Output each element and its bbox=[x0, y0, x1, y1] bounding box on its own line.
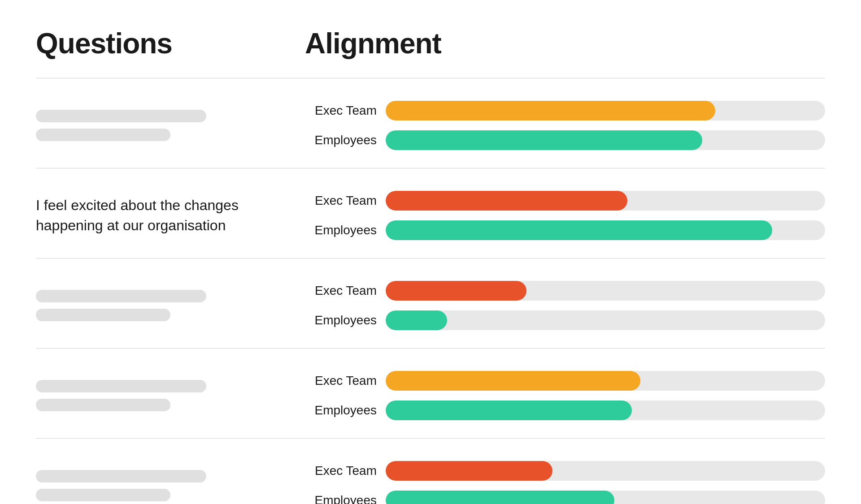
placeholder-bar-4-1 bbox=[36, 380, 206, 392]
emp-track-4 bbox=[386, 401, 825, 420]
data-row-1: Exec TeamEmployees bbox=[36, 83, 825, 164]
divider-3 bbox=[36, 348, 825, 349]
bars-col-3: Exec TeamEmployees bbox=[305, 281, 825, 330]
emp-bar-row-1: Employees bbox=[305, 130, 825, 150]
emp-fill-4 bbox=[386, 401, 632, 420]
emp-label-1: Employees bbox=[305, 133, 377, 147]
exec-track-2 bbox=[386, 191, 825, 211]
alignment-title: Alignment bbox=[305, 27, 441, 60]
question-col-4 bbox=[36, 380, 305, 411]
exec-label-2: Exec Team bbox=[305, 194, 377, 208]
exec-fill-5 bbox=[386, 461, 552, 481]
emp-bar-row-4: Employees bbox=[305, 401, 825, 420]
question-placeholder-1 bbox=[36, 110, 287, 141]
placeholder-bar-1-1 bbox=[36, 110, 206, 122]
bars-col-4: Exec TeamEmployees bbox=[305, 371, 825, 420]
exec-bar-row-1: Exec Team bbox=[305, 101, 825, 121]
exec-label-1: Exec Team bbox=[305, 103, 377, 118]
exec-label-4: Exec Team bbox=[305, 374, 377, 388]
question-col-1 bbox=[36, 110, 305, 141]
question-placeholder-4 bbox=[36, 380, 287, 411]
header-row: Questions Alignment bbox=[36, 27, 825, 60]
page: Questions Alignment Exec TeamEmployeesI … bbox=[0, 0, 861, 504]
exec-bar-row-2: Exec Team bbox=[305, 191, 825, 211]
divider-2 bbox=[36, 258, 825, 258]
emp-bar-row-5: Employees bbox=[305, 491, 825, 504]
exec-bar-row-3: Exec Team bbox=[305, 281, 825, 301]
question-text-2: I feel excited about the changes happeni… bbox=[36, 195, 287, 236]
placeholder-bar-3-1 bbox=[36, 290, 206, 302]
exec-label-3: Exec Team bbox=[305, 284, 377, 298]
emp-bar-row-3: Employees bbox=[305, 310, 825, 330]
emp-label-5: Employees bbox=[305, 493, 377, 504]
exec-fill-2 bbox=[386, 191, 627, 211]
divider-1 bbox=[36, 168, 825, 168]
questions-title: Questions bbox=[36, 27, 172, 60]
placeholder-bar-5-2 bbox=[36, 489, 170, 501]
bars-col-5: Exec TeamEmployees bbox=[305, 461, 825, 504]
exec-fill-3 bbox=[386, 281, 526, 301]
emp-label-2: Employees bbox=[305, 223, 377, 237]
data-row-4: Exec TeamEmployees bbox=[36, 353, 825, 434]
alignment-column-header: Alignment bbox=[305, 27, 825, 60]
exec-fill-4 bbox=[386, 371, 640, 391]
question-placeholder-3 bbox=[36, 290, 287, 321]
emp-track-3 bbox=[386, 310, 825, 330]
placeholder-bar-3-2 bbox=[36, 309, 170, 321]
question-col-3 bbox=[36, 290, 305, 321]
question-col-2: I feel excited about the changes happeni… bbox=[36, 195, 305, 236]
bars-col-2: Exec TeamEmployees bbox=[305, 191, 825, 240]
exec-track-4 bbox=[386, 371, 825, 391]
placeholder-bar-5-1 bbox=[36, 470, 206, 482]
emp-track-5 bbox=[386, 491, 825, 504]
placeholder-bar-1-2 bbox=[36, 129, 170, 141]
exec-label-5: Exec Team bbox=[305, 464, 377, 478]
data-row-5: Exec TeamEmployees bbox=[36, 443, 825, 504]
question-placeholder-5 bbox=[36, 470, 287, 501]
data-row-2: I feel excited about the changes happeni… bbox=[36, 173, 825, 254]
bars-col-1: Exec TeamEmployees bbox=[305, 101, 825, 150]
exec-bar-row-5: Exec Team bbox=[305, 461, 825, 481]
exec-bar-row-4: Exec Team bbox=[305, 371, 825, 391]
emp-track-1 bbox=[386, 130, 825, 150]
exec-fill-1 bbox=[386, 101, 715, 121]
emp-label-4: Employees bbox=[305, 403, 377, 418]
emp-fill-1 bbox=[386, 130, 702, 150]
exec-track-3 bbox=[386, 281, 825, 301]
question-col-5 bbox=[36, 470, 305, 501]
emp-fill-5 bbox=[386, 491, 614, 504]
emp-label-3: Employees bbox=[305, 313, 377, 327]
exec-track-1 bbox=[386, 101, 825, 121]
header-divider bbox=[36, 78, 825, 78]
exec-track-5 bbox=[386, 461, 825, 481]
emp-bar-row-2: Employees bbox=[305, 220, 825, 240]
rows-container: Exec TeamEmployeesI feel excited about t… bbox=[36, 83, 825, 504]
emp-fill-2 bbox=[386, 220, 772, 240]
emp-fill-3 bbox=[386, 310, 447, 330]
divider-4 bbox=[36, 438, 825, 439]
placeholder-bar-4-2 bbox=[36, 399, 170, 411]
questions-column-header: Questions bbox=[36, 27, 305, 60]
data-row-3: Exec TeamEmployees bbox=[36, 263, 825, 344]
emp-track-2 bbox=[386, 220, 825, 240]
